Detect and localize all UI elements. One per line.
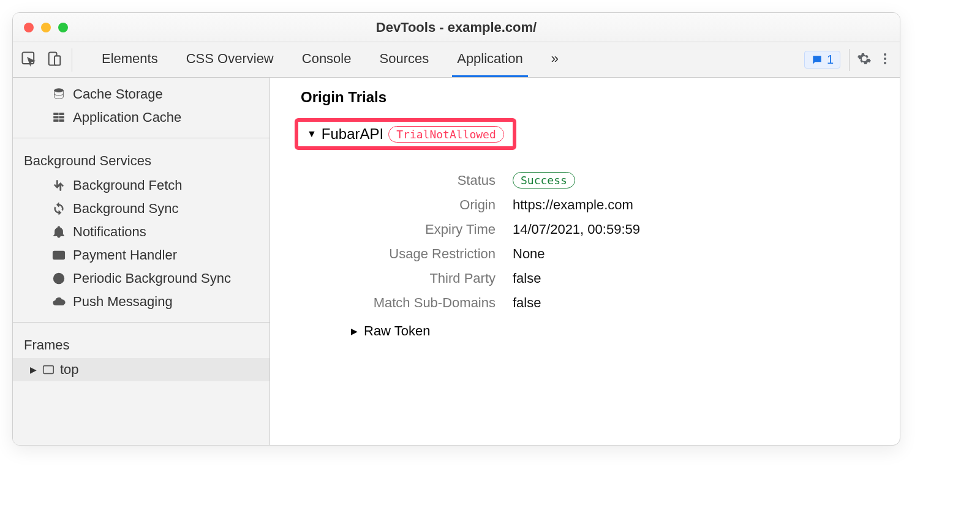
sidebar-item-label: Push Messaging bbox=[51, 294, 173, 310]
tab-css-overview[interactable]: CSS Overview bbox=[181, 42, 279, 77]
devtools-toolbar: Elements CSS Overview Console Sources Ap… bbox=[13, 42, 900, 78]
frames-item-label: top bbox=[60, 362, 79, 378]
detail-row-thirdparty: Third Party false bbox=[329, 271, 875, 286]
svg-rect-11 bbox=[54, 120, 58, 122]
caret-down-icon: ▼ bbox=[307, 129, 317, 140]
maximize-window-button[interactable] bbox=[58, 23, 68, 32]
detail-key: Expiry Time bbox=[329, 222, 513, 237]
caret-right-icon: ▶ bbox=[30, 365, 37, 375]
tab-console[interactable]: Console bbox=[297, 42, 356, 77]
svg-rect-10 bbox=[59, 116, 64, 118]
detail-row-subdomains: Match Sub-Domains false bbox=[329, 295, 875, 311]
titlebar: DevTools - example.com/ bbox=[13, 13, 900, 42]
fetch-icon bbox=[51, 179, 67, 192]
grid-icon bbox=[51, 111, 67, 124]
inspect-element-icon[interactable] bbox=[20, 50, 37, 70]
issues-badge[interactable]: 1 bbox=[804, 51, 840, 69]
svg-point-3 bbox=[884, 53, 886, 56]
tab-elements[interactable]: Elements bbox=[97, 42, 163, 77]
detail-value: https://example.com bbox=[513, 197, 633, 213]
device-toolbar-icon[interactable] bbox=[46, 50, 63, 70]
detail-key: Usage Restriction bbox=[329, 246, 513, 262]
sync-icon bbox=[51, 202, 67, 215]
panel-body: Cache Storage Application Cache Backgrou… bbox=[13, 78, 900, 445]
detail-key: Third Party bbox=[329, 271, 513, 286]
detail-key: Origin bbox=[329, 197, 513, 213]
svg-rect-2 bbox=[55, 56, 60, 65]
caret-right-icon: ▶ bbox=[351, 326, 358, 336]
svg-point-5 bbox=[884, 62, 886, 64]
status-badge: Success bbox=[513, 172, 575, 189]
detail-value: false bbox=[513, 271, 541, 286]
database-icon bbox=[51, 88, 67, 101]
sidebar-header-background-services: Background Services bbox=[13, 147, 270, 174]
frame-icon bbox=[42, 363, 55, 376]
sidebar-item-background-fetch[interactable]: Background Fetch bbox=[13, 174, 270, 197]
trial-name: FubarAPI bbox=[322, 125, 383, 143]
svg-rect-9 bbox=[54, 116, 58, 118]
settings-icon[interactable] bbox=[857, 51, 872, 69]
sidebar-item-label: Periodic Background Sync bbox=[51, 271, 231, 286]
window-title: DevTools - example.com/ bbox=[13, 20, 900, 35]
trial-status-badge: TrialNotAllowed bbox=[388, 126, 504, 143]
svg-point-4 bbox=[884, 58, 886, 60]
panel-heading: Origin Trials bbox=[295, 89, 875, 106]
devtools-window: DevTools - example.com/ Elements CSS Ove… bbox=[12, 12, 900, 446]
origin-trial-row[interactable]: ▼ FubarAPI TrialNotAllowed bbox=[295, 118, 516, 150]
detail-row-origin: Origin https://example.com bbox=[329, 197, 875, 213]
clock-icon bbox=[51, 272, 67, 285]
issues-count: 1 bbox=[827, 53, 834, 67]
sidebar-item-label: Cache Storage bbox=[51, 86, 163, 102]
cloud-icon bbox=[51, 295, 67, 308]
detail-value: 14/07/2021, 00:59:59 bbox=[513, 222, 640, 237]
sidebar-item-cache-storage[interactable]: Cache Storage bbox=[13, 83, 270, 106]
traffic-lights bbox=[24, 23, 68, 32]
close-window-button[interactable] bbox=[24, 23, 34, 32]
sidebar-item-periodic-sync[interactable]: Periodic Background Sync bbox=[13, 267, 270, 290]
sidebar-header-frames: Frames bbox=[13, 331, 270, 358]
tab-sources[interactable]: Sources bbox=[374, 42, 434, 77]
detail-key: Status bbox=[329, 173, 513, 189]
main-panel: Origin Trials ▼ FubarAPI TrialNotAllowed… bbox=[270, 78, 900, 445]
detail-row-usage: Usage Restriction None bbox=[329, 246, 875, 262]
frames-item-top[interactable]: ▶ top bbox=[13, 358, 270, 381]
trial-details: Status Success Origin https://example.co… bbox=[295, 172, 875, 339]
tab-application[interactable]: Application bbox=[452, 42, 528, 77]
svg-rect-12 bbox=[59, 120, 64, 122]
detail-key: Match Sub-Domains bbox=[329, 295, 513, 311]
panel-tabs: Elements CSS Overview Console Sources Ap… bbox=[78, 42, 792, 77]
raw-token-label: Raw Token bbox=[364, 323, 430, 339]
sidebar-item-notifications[interactable]: Notifications bbox=[13, 220, 270, 244]
card-icon bbox=[51, 248, 67, 262]
tabs-overflow-button[interactable]: » bbox=[546, 42, 564, 77]
kebab-menu-icon[interactable] bbox=[878, 51, 892, 69]
bell-icon bbox=[51, 225, 67, 239]
detail-row-status: Status Success bbox=[329, 172, 875, 189]
sidebar-item-label: Background Sync bbox=[51, 201, 178, 217]
svg-rect-7 bbox=[54, 113, 58, 115]
sidebar-item-label: Background Fetch bbox=[51, 177, 183, 193]
sidebar-item-application-cache[interactable]: Application Cache bbox=[13, 106, 270, 129]
svg-rect-13 bbox=[53, 252, 64, 260]
svg-rect-8 bbox=[59, 113, 64, 115]
sidebar-item-push-messaging[interactable]: Push Messaging bbox=[13, 290, 270, 313]
minimize-window-button[interactable] bbox=[41, 23, 51, 32]
sidebar-item-payment-handler[interactable]: Payment Handler bbox=[13, 244, 270, 267]
detail-value: false bbox=[513, 295, 541, 311]
application-sidebar: Cache Storage Application Cache Backgrou… bbox=[13, 78, 270, 445]
svg-rect-16 bbox=[43, 366, 54, 374]
detail-row-expiry: Expiry Time 14/07/2021, 00:59:59 bbox=[329, 222, 875, 237]
raw-token-row[interactable]: ▶ Raw Token bbox=[329, 323, 875, 339]
sidebar-item-label: Application Cache bbox=[51, 110, 181, 125]
detail-value: None bbox=[513, 246, 545, 262]
sidebar-item-label: Payment Handler bbox=[51, 247, 177, 263]
svg-point-6 bbox=[55, 89, 64, 92]
sidebar-item-background-sync[interactable]: Background Sync bbox=[13, 197, 270, 220]
